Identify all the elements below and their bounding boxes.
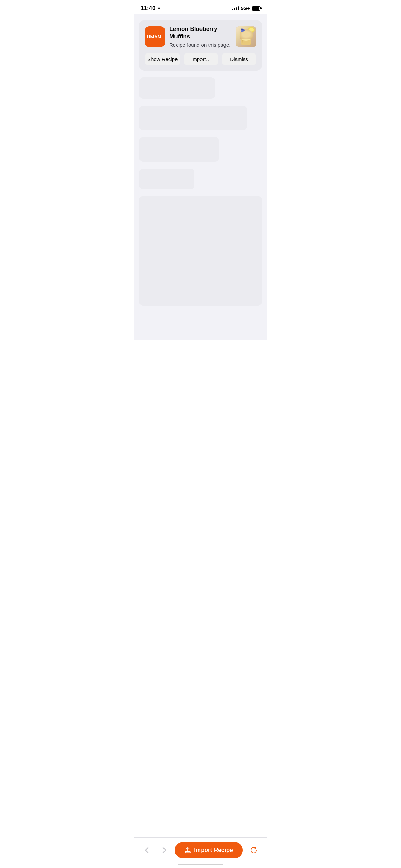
status-time: 11:40 bbox=[141, 5, 161, 12]
show-recipe-button[interactable]: Show Recipe bbox=[145, 53, 180, 65]
main-content: UMAMI Lemon Blueberry Muffins Recipe fou… bbox=[134, 14, 267, 340]
muffin-svg bbox=[236, 26, 256, 47]
signal-bar-2 bbox=[234, 8, 235, 10]
svg-point-6 bbox=[240, 31, 252, 41]
skeleton-block-1 bbox=[139, 77, 215, 99]
umami-logo: UMAMI bbox=[145, 26, 165, 47]
skeleton-block-2 bbox=[139, 106, 247, 130]
skeleton-container bbox=[139, 77, 262, 306]
skeleton-block-4 bbox=[139, 169, 194, 189]
recipe-thumbnail bbox=[236, 26, 256, 47]
svg-point-11 bbox=[247, 36, 249, 38]
signal-bar-3 bbox=[236, 7, 237, 10]
muffin-image bbox=[236, 26, 256, 47]
skeleton-block-3 bbox=[139, 137, 219, 162]
svg-point-9 bbox=[246, 33, 249, 35]
signal-bars bbox=[232, 6, 239, 10]
time-label: 11:40 bbox=[141, 5, 155, 12]
notification-header: UMAMI Lemon Blueberry Muffins Recipe fou… bbox=[145, 25, 256, 48]
location-icon bbox=[157, 6, 161, 10]
status-bar: 11:40 5G+ bbox=[134, 0, 267, 14]
skeleton-block-5 bbox=[139, 196, 262, 306]
notification-text: Lemon Blueberry Muffins Recipe found on … bbox=[169, 25, 232, 48]
signal-bar-4 bbox=[238, 6, 239, 10]
import-button[interactable]: Import… bbox=[184, 53, 218, 65]
signal-bar-1 bbox=[232, 9, 233, 10]
svg-point-7 bbox=[241, 31, 252, 39]
battery-indicator bbox=[252, 6, 260, 11]
notification-actions: Show Recipe Import… Dismiss bbox=[145, 53, 256, 65]
umami-logo-text: UMAMI bbox=[147, 34, 163, 39]
battery-fill bbox=[253, 7, 259, 10]
svg-point-10 bbox=[244, 36, 246, 38]
notification-subtitle: Recipe found on this page. bbox=[169, 41, 232, 48]
notification-card: UMAMI Lemon Blueberry Muffins Recipe fou… bbox=[139, 20, 262, 71]
notification-title: Lemon Blueberry Muffins bbox=[169, 25, 232, 40]
svg-point-8 bbox=[243, 33, 245, 36]
dismiss-button[interactable]: Dismiss bbox=[222, 53, 256, 65]
svg-point-13 bbox=[249, 28, 254, 32]
network-label: 5G+ bbox=[241, 5, 250, 11]
status-right: 5G+ bbox=[232, 5, 260, 11]
battery-body bbox=[252, 6, 260, 11]
